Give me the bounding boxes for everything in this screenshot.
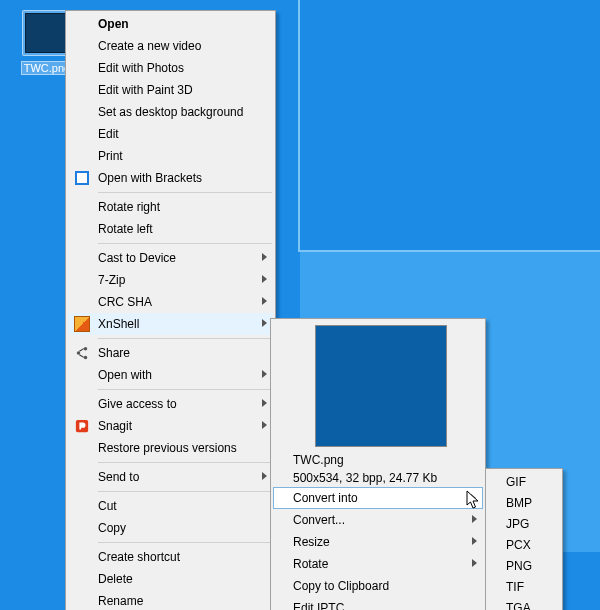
menu-open-brackets[interactable]: Open with Brackets [68, 167, 273, 189]
menu-rename[interactable]: Rename [68, 590, 273, 610]
menu-rotate-left[interactable]: Rotate left [68, 218, 273, 240]
submenu-arrow-icon [262, 275, 267, 283]
submenu-arrow-icon [262, 297, 267, 305]
file-thumbnail-icon [25, 13, 69, 53]
submenu-arrow-icon [262, 421, 267, 429]
share-icon [74, 345, 90, 361]
xnshell-resize[interactable]: Resize [273, 531, 483, 553]
menu-separator [98, 192, 272, 193]
menu-edit[interactable]: Edit [68, 123, 273, 145]
menu-edit-photos[interactable]: Edit with Photos [68, 57, 273, 79]
menu-share[interactable]: Share [68, 342, 273, 364]
menu-print[interactable]: Print [68, 145, 273, 167]
menu-open-with[interactable]: Open with [68, 364, 273, 386]
brackets-icon [74, 170, 90, 186]
menu-separator [98, 462, 272, 463]
convert-png[interactable]: PNG [488, 555, 560, 576]
menu-cast-to-device[interactable]: Cast to Device [68, 247, 273, 269]
snagit-icon [74, 418, 90, 434]
menu-separator [98, 542, 272, 543]
convert-bmp[interactable]: BMP [488, 492, 560, 513]
menu-open[interactable]: Open [68, 13, 273, 35]
menu-crc-sha[interactable]: CRC SHA [68, 291, 273, 313]
submenu-arrow-icon [472, 515, 477, 523]
menu-separator [98, 491, 272, 492]
menu-7zip[interactable]: 7-Zip [68, 269, 273, 291]
submenu-convert-into: GIF BMP JPG PCX PNG TIF TGA [485, 468, 563, 610]
xnshell-convert[interactable]: Convert... [273, 509, 483, 531]
menu-separator [98, 389, 272, 390]
svg-point-1 [84, 347, 88, 351]
submenu-arrow-icon [262, 399, 267, 407]
menu-create-shortcut[interactable]: Create shortcut [68, 546, 273, 568]
menu-set-desktop-bg[interactable]: Set as desktop background [68, 101, 273, 123]
menu-rotate-right[interactable]: Rotate right [68, 196, 273, 218]
submenu-xnshell: TWC.png 500x534, 32 bpp, 24.77 Kb Conver… [270, 318, 486, 610]
menu-copy[interactable]: Copy [68, 517, 273, 539]
menu-cut[interactable]: Cut [68, 495, 273, 517]
submenu-arrow-icon [262, 370, 267, 378]
convert-pcx[interactable]: PCX [488, 534, 560, 555]
svg-point-2 [84, 356, 88, 360]
xnshell-thumbnail-icon [315, 325, 447, 447]
submenu-arrow-icon [472, 537, 477, 545]
menu-separator [98, 243, 272, 244]
menu-snagit[interactable]: Snagit [68, 415, 273, 437]
xnshell-edit-iptc[interactable]: Edit IPTC... [273, 597, 483, 610]
submenu-arrow-icon [262, 319, 267, 327]
xnshell-icon [74, 316, 90, 332]
menu-send-to[interactable]: Send to [68, 466, 273, 488]
xnshell-rotate[interactable]: Rotate [273, 553, 483, 575]
xnshell-fileinfo: 500x534, 32 bpp, 24.77 Kb [273, 469, 483, 487]
convert-tif[interactable]: TIF [488, 576, 560, 597]
xnshell-thumbnail-area [273, 323, 483, 451]
menu-give-access-to[interactable]: Give access to [68, 393, 273, 415]
context-menu-main: Open Create a new video Edit with Photos… [65, 10, 276, 610]
submenu-arrow-icon [262, 472, 267, 480]
xnshell-convert-into[interactable]: Convert into [273, 487, 483, 509]
menu-edit-paint3d[interactable]: Edit with Paint 3D [68, 79, 273, 101]
submenu-arrow-icon [262, 253, 267, 261]
xnshell-copy-clipboard[interactable]: Copy to Clipboard [273, 575, 483, 597]
convert-gif[interactable]: GIF [488, 471, 560, 492]
convert-jpg[interactable]: JPG [488, 513, 560, 534]
submenu-arrow-icon [471, 494, 476, 502]
convert-tga[interactable]: TGA [488, 597, 560, 610]
menu-separator [98, 338, 272, 339]
menu-xnshell[interactable]: XnShell [68, 313, 273, 335]
submenu-arrow-icon [472, 559, 477, 567]
menu-delete[interactable]: Delete [68, 568, 273, 590]
menu-create-video[interactable]: Create a new video [68, 35, 273, 57]
xnshell-filename: TWC.png [273, 451, 483, 469]
menu-restore-previous[interactable]: Restore previous versions [68, 437, 273, 459]
svg-point-0 [77, 351, 81, 355]
